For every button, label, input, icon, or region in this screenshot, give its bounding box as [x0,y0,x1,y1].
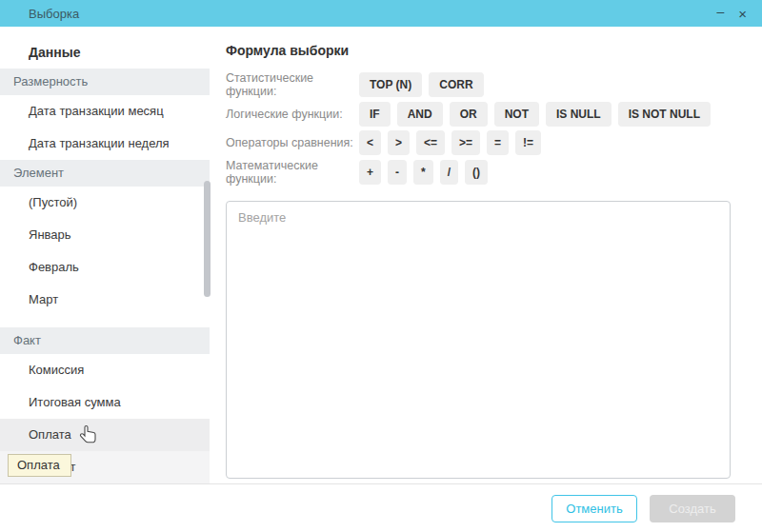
math-button-plus[interactable]: + [359,160,381,185]
sidebar-item-transaction-date-week[interactable]: Дата транзакции неделя [0,128,210,160]
func-button-corr[interactable]: CORR [429,72,483,97]
create-button[interactable]: Создать [650,495,735,522]
cancel-button[interactable]: Отменить [551,495,637,522]
sidebar-item-january[interactable]: Январь [0,219,210,251]
sidebar-scrollbar-thumb[interactable] [204,181,211,297]
math-functions-buttons: + - * / () [359,160,488,185]
math-button-parentheses[interactable]: () [465,160,488,185]
statistical-functions-row: Статистические функции: TOP (N) CORR [226,71,731,98]
formula-input[interactable] [226,201,731,479]
sidebar-item-commission[interactable]: Комиссия [0,354,210,386]
op-button-gte[interactable]: >= [451,130,480,155]
minimize-icon[interactable]: – [716,5,724,22]
func-button-or[interactable]: OR [450,102,488,127]
window-controls: – × [716,0,747,27]
statistical-functions-label: Статистические функции: [226,71,359,98]
func-button-not[interactable]: NOT [494,102,539,127]
sidebar-section-header-fact: Факт [0,327,210,354]
close-icon[interactable]: × [738,7,747,21]
func-button-is-null[interactable]: IS NULL [546,102,612,127]
sidebar-section-header-element: Элемент [0,160,210,187]
sidebar-section-header-dimension: Размерность [0,69,210,95]
formula-panel-title: Формула выборки [226,43,731,58]
func-button-is-not-null[interactable]: IS NOT NULL [618,102,711,127]
data-sidebar: Данные Размерность Дата транзакции месяц… [0,27,215,483]
sidebar-item-february[interactable]: Февраль [0,251,210,284]
sidebar-title: Данные [29,45,215,60]
math-button-divide[interactable]: / [440,160,458,185]
dialog-footer: Отменить Создать [0,483,762,532]
logical-functions-buttons: IF AND OR NOT IS NULL IS NOT NULL [359,102,711,127]
math-button-multiply[interactable]: * [413,160,433,185]
func-button-if[interactable]: IF [359,102,391,127]
sidebar-item-march[interactable]: Март [0,284,210,316]
math-button-minus[interactable]: - [388,160,407,185]
comparison-operators-label: Операторы сравнения: [226,136,359,149]
op-button-lte[interactable]: <= [416,130,445,155]
op-button-lt[interactable]: < [359,130,381,155]
logical-functions-label: Логические функции: [226,108,359,121]
sidebar-item-transaction-date-month[interactable]: Дата транзакции месяц [0,95,210,128]
math-functions-label: Математические функции: [226,159,359,186]
comparison-operators-buttons: < > <= >= = != [359,130,541,155]
sidebar-item-empty[interactable]: (Пустой) [0,187,210,219]
func-button-and[interactable]: AND [397,102,443,127]
cursor-pointer-icon [78,424,98,451]
op-button-gt[interactable]: > [388,130,410,155]
selection-dialog-window: { "window": { "title": "Выборка", "minim… [0,0,762,532]
statistical-functions-buttons: TOP (N) CORR [359,72,484,97]
logical-functions-row: Логические функции: IF AND OR NOT IS NUL… [226,102,731,127]
comparison-operators-row: Операторы сравнения: < > <= >= = != [226,130,731,155]
sidebar-item-total-sum[interactable]: Итоговая сумма [0,386,210,419]
tooltip-text: Оплата [17,458,60,472]
op-button-neq[interactable]: != [515,130,541,155]
op-button-eq[interactable]: = [487,130,509,155]
math-functions-row: Математические функции: + - * / () [226,159,731,186]
window-title: Выборка [0,7,79,21]
titlebar: Выборка – × [0,0,762,27]
tooltip: Оплата [8,454,71,477]
sidebar-item-payment[interactable]: Оплата [0,419,210,451]
func-button-top-n[interactable]: TOP (N) [359,72,422,97]
formula-panel: Формула выборки Статистические функции: … [226,27,731,483]
